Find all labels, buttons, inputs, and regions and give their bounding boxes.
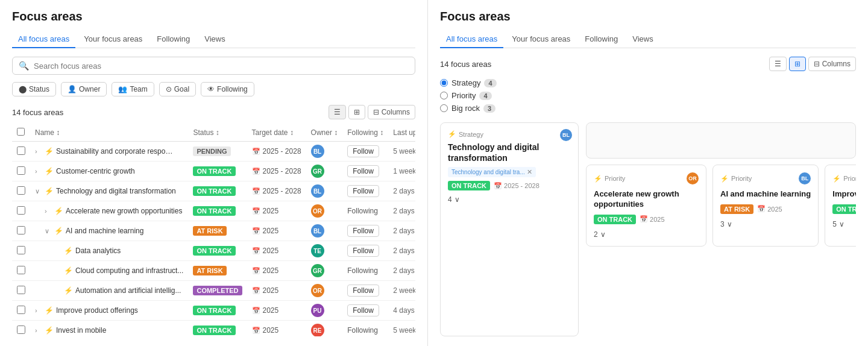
row-expand-icon[interactable]: ›: [35, 327, 42, 334]
row-expand-icon[interactable]: ›: [35, 307, 42, 314]
row-checkbox[interactable]: [17, 246, 25, 254]
right-grid-btn[interactable]: ⊞: [789, 57, 806, 71]
row-following-label: Following: [347, 326, 378, 335]
row-status: ON TRACK: [193, 206, 235, 216]
cal-icon: 📅: [252, 307, 260, 315]
sub-card-2-footer[interactable]: 5 ∨: [832, 220, 856, 228]
strategy-icon: ⚡: [54, 227, 63, 235]
col-updated: Last updated ↕: [388, 124, 415, 142]
row-name: Accelerate new growth opportunities: [66, 207, 182, 215]
row-status: AT RISK: [193, 226, 226, 236]
left-tabs: All focus areas Your focus areas Followi…: [12, 31, 415, 48]
table-row: ∨ ⚡ Technology and digital transformatio…: [12, 181, 415, 201]
strategy-icon: ⚡: [45, 187, 54, 195]
main-card-date: 📅 2025 - 2028: [494, 182, 539, 190]
row-expand-icon[interactable]: ∨: [35, 187, 42, 195]
row-expand-icon[interactable]: ›: [35, 148, 42, 155]
following-filter-icon: 👁: [207, 85, 215, 93]
row-follow-btn[interactable]: Follow: [347, 165, 379, 177]
row-updated: 1 week ago: [388, 162, 415, 181]
row-following-label: Following: [347, 207, 378, 215]
row-checkbox[interactable]: [17, 186, 25, 195]
sub-card-1: ⚡ Priority BL AI and machine learning AT…: [712, 165, 819, 247]
sub-card-2-status-row: ON TRACK 📅 2025: [832, 204, 856, 214]
table-row: › ⚡ Invest in mobile ON TRACK 📅2025 RE F…: [12, 321, 415, 337]
sub-card-1-tag: ⚡ Priority: [720, 175, 752, 183]
row-follow-btn[interactable]: Follow: [347, 304, 379, 316]
chip-close-btn[interactable]: ✕: [527, 168, 532, 176]
row-status: ON TRACK: [193, 186, 235, 196]
radio-priority[interactable]: Priority 4: [440, 91, 856, 100]
filter-goal[interactable]: ⊙ Goal: [159, 82, 196, 96]
row-checkbox[interactable]: [17, 146, 25, 155]
main-card-expand-icon: ∨: [454, 195, 460, 204]
right-tab-your[interactable]: Your focus areas: [506, 31, 576, 48]
sub-card-0-tag: ⚡ Priority: [594, 175, 625, 183]
row-follow-btn[interactable]: Follow: [347, 225, 379, 237]
row-date: 📅2025: [252, 286, 301, 295]
grid-view-btn[interactable]: ⊞: [348, 105, 365, 119]
row-checkbox[interactable]: [17, 226, 25, 234]
columns-view-btn[interactable]: ⊟ Columns: [368, 105, 415, 119]
strategy-icon: ⚡: [64, 266, 73, 275]
row-date: 📅2025 - 2028: [252, 167, 301, 175]
row-date: 📅2025: [252, 247, 301, 255]
view-controls: ☰ ⊞ ⊟ Columns: [329, 105, 415, 119]
filter-following[interactable]: 👁 Following: [201, 82, 254, 96]
owner-icon: 👤: [68, 85, 77, 93]
row-checkbox[interactable]: [17, 326, 25, 334]
right-columns-icon: ⊟: [814, 60, 820, 68]
row-status: ON TRACK: [193, 326, 235, 335]
row-expand-icon[interactable]: ›: [45, 207, 52, 215]
radio-strategy[interactable]: Strategy 4: [440, 78, 856, 87]
filter-owner[interactable]: 👤 Owner: [61, 82, 107, 96]
search-input[interactable]: [34, 61, 409, 71]
right-tab-all[interactable]: All focus areas: [440, 31, 503, 48]
col-owner: Owner ↕: [306, 124, 343, 142]
main-card-title: Technology and digital transformation: [448, 142, 571, 163]
right-tab-following[interactable]: Following: [579, 31, 624, 48]
cal-icon: 📅: [252, 247, 260, 255]
sub-card-1-status: AT RISK: [720, 204, 753, 214]
row-date: 📅2025: [252, 306, 301, 315]
select-all-checkbox[interactable]: [17, 128, 25, 136]
row-date: 📅2025: [252, 266, 301, 275]
row-status: ON TRACK: [193, 246, 235, 256]
sub-card-1-footer[interactable]: 3 ∨: [720, 220, 811, 228]
row-expand-icon[interactable]: ›: [35, 168, 42, 175]
sub-card-0-footer[interactable]: 2 ∨: [594, 230, 699, 239]
section-header: 14 focus areas ☰ ⊞ ⊟ Columns: [12, 105, 415, 119]
row-avatar: BL: [311, 184, 324, 198]
tab-your-focus-areas[interactable]: Your focus areas: [78, 31, 148, 48]
row-checkbox[interactable]: [17, 166, 25, 175]
sub-card-2-expand: ∨: [839, 220, 844, 228]
radio-big-rock[interactable]: Big rock 3: [440, 104, 856, 113]
row-checkbox[interactable]: [17, 206, 25, 215]
sub-card-2: ⚡ Priority PU Improve product offerings …: [825, 165, 856, 247]
row-follow-btn[interactable]: Follow: [347, 185, 379, 197]
row-expand-icon[interactable]: ∨: [45, 227, 52, 235]
main-card-tag: ⚡ Strategy: [448, 130, 483, 138]
row-follow-btn[interactable]: Follow: [347, 285, 379, 297]
right-tabs: All focus areas Your focus areas Followi…: [440, 31, 856, 48]
filter-team[interactable]: 👥 Team: [112, 82, 154, 96]
row-follow-btn[interactable]: Follow: [347, 245, 379, 257]
right-tab-views[interactable]: Views: [626, 31, 659, 48]
row-name: AI and machine learning: [66, 227, 143, 235]
right-list-btn[interactable]: ☰: [769, 57, 787, 71]
tab-following[interactable]: Following: [151, 31, 196, 48]
row-follow-btn[interactable]: Follow: [347, 145, 379, 157]
row-checkbox[interactable]: [17, 266, 25, 274]
row-checkbox[interactable]: [17, 306, 25, 314]
right-columns-btn[interactable]: ⊟ Columns: [808, 57, 856, 71]
tab-all-focus-areas[interactable]: All focus areas: [12, 31, 75, 48]
list-view-btn[interactable]: ☰: [329, 105, 346, 119]
sub-card-1-avatar: BL: [799, 172, 811, 184]
row-checkbox[interactable]: [17, 286, 25, 294]
left-panel: Focus areas All focus areas Your focus a…: [0, 0, 428, 346]
main-card-footer[interactable]: 4 ∨: [448, 195, 571, 204]
tab-views[interactable]: Views: [198, 31, 231, 48]
row-name: Automation and artificial intellig...: [75, 286, 181, 295]
filter-status[interactable]: ⬤ Status: [12, 82, 56, 96]
row-status: COMPLETED: [193, 286, 242, 295]
